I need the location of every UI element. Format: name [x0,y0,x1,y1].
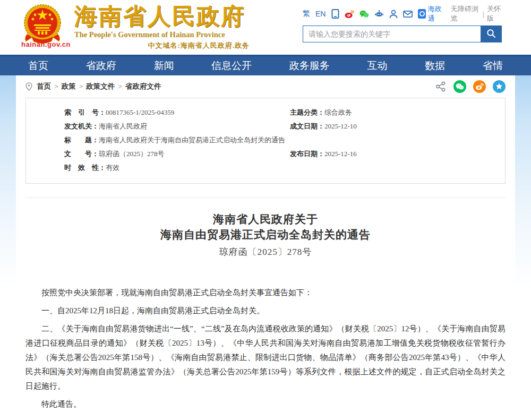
accessibility-link[interactable]: 无障碍浏览 [451,4,480,23]
search-input[interactable] [303,25,481,42]
document-title-line1: 海南省人民政府关于 [25,212,506,227]
content-panel: 首页 > 政策 > 政策文件 > 省政府文件 [16,75,515,420]
site-domain-note: 中文域名:海南省人民政府.政务 [74,41,250,50]
location-pin-icon [25,82,32,91]
nav-item-data[interactable]: 数据 [421,56,449,75]
site-logo[interactable]: hainan.gov.cn [21,3,64,48]
share-qzone-icon[interactable] [493,80,506,93]
search-icon [486,29,496,40]
meta-empty-cell [290,161,505,175]
search-button[interactable] [481,25,502,42]
wechat-icon[interactable] [359,9,369,19]
nav-item-interaction[interactable]: 互动 [363,56,392,75]
haizhengtong-icon [418,9,426,19]
paragraph: 二、《关于海南自由贸易港货物进出“一线”、“二线”及在岛内流通税收政策的通知》（… [25,322,506,393]
crumb-policy[interactable]: 政策 [62,82,76,91]
crumb-home[interactable]: 首页 [37,82,51,91]
share-weibo-icon[interactable] [473,80,486,93]
breadcrumb: 首页 > 政策 > 政策文件 > 省政府文件 [37,82,161,91]
national-emblem-icon [21,3,64,46]
mobile-icon[interactable] [331,9,339,19]
care-version-link[interactable]: 关怀版 [487,4,504,23]
crumb-separator: > [79,82,83,91]
nav-item-govt-services[interactable]: 政务服务 [285,56,334,75]
crumb-separator: > [54,82,58,91]
haizhengtong-link[interactable]: 海政通 [418,4,446,23]
breadcrumb-row: 首页 > 政策 > 政策文件 > 省政府文件 [25,75,506,98]
traditional-chinese-link[interactable]: 繁 [303,9,310,19]
mail-icon[interactable] [403,9,413,19]
site-title: 海南省人民政府 [74,4,250,29]
user-icon[interactable] [389,9,398,19]
document-number: 琼府函〔2025〕278号 [25,246,506,258]
site-header: hainan.gov.cn 海南省人民政府 The People's Gover… [0,0,531,55]
paragraph: 特此通告。 [25,397,506,412]
document-title-block: 海南省人民政府关于 海南自由贸易港正式启动全岛封关的通告 琼府函〔2025〕27… [25,212,506,258]
meta-written-date: 成文日期：2025-12-10 [290,119,505,133]
header-right: 繁 EN [303,7,504,42]
meta-topic: 主题分类：综合政务 [290,106,505,119]
meta-index-no: 索 引 号：00817365-1/2025-04359 [26,106,290,119]
meta-publish-date: 发布日期：2025-12-16 [290,147,505,161]
meta-validity: 时 效 性：有效 [26,161,290,175]
document-title-line2: 海南自由贸易港正式启动全岛封关的通告 [25,227,506,243]
meta-empty-cell [290,133,505,147]
document-body: 按照党中央决策部署，现就海南自由贸易港正式启动全岛封关事宜通告如下： 一、自20… [25,286,506,412]
share-icon[interactable] [435,81,447,92]
meta-agency: 发文机关：海南省人民政府 [26,119,290,133]
nav-item-home[interactable]: 首页 [24,56,53,75]
meta-title: 标 题：海南省人民政府关于海南自由贸易港正式启动全岛封关的通告 [26,133,290,147]
page: hainan.gov.cn 海南省人民政府 The People's Gover… [0,0,531,420]
paragraph: 一、自2025年12月18日起，海南自由贸易港正式启动全岛封关。 [25,304,506,318]
content-divider [25,198,506,198]
document-meta-table: 索 引 号：00817365-1/2025-04359 主题分类：综合政务 发文… [25,98,506,184]
accessibility-links: 无障碍浏览 | 关怀版 [451,4,504,23]
nav-item-provincial-govt[interactable]: 省政府 [82,56,121,75]
search-bar [303,25,502,42]
nav-item-info-disclosure[interactable]: 信息公开 [207,56,256,75]
weibo-icon[interactable] [345,9,354,19]
toolbar-divider: | [483,10,484,18]
paragraph: 按照党中央决策部署，现就海南自由贸易港正式启动全岛封关事宜通告如下： [25,286,506,300]
content-background: 首页 > 政策 > 政策文件 > 省政府文件 [0,75,531,420]
site-title-group: 海南省人民政府 The People's Government of Haina… [74,4,250,50]
crumb-separator: > [118,82,122,91]
share-wechat-icon[interactable] [453,80,466,93]
meta-doc-number: 文 号：琼府函（2025）278号 [26,147,290,161]
header-toolbar: 繁 EN [303,7,504,20]
robot-icon[interactable] [374,9,384,19]
english-link[interactable]: EN [315,10,326,18]
gov-domain-text: hainan.gov.cn [21,40,64,48]
crumb-policy-docs[interactable]: 政策文件 [86,82,115,91]
site-subtitle-en: The People's Government of Hainan Provin… [74,30,250,39]
nav-item-news[interactable]: 新闻 [149,56,178,75]
crumb-provincial-docs[interactable]: 省政府文件 [125,82,161,91]
nav-item-province-profile[interactable]: 省情 [478,56,507,75]
main-nav: 首页 省政府 新闻 信息公开 政务服务 互动 数据 省情 [0,55,531,75]
share-toolbar [435,80,506,93]
